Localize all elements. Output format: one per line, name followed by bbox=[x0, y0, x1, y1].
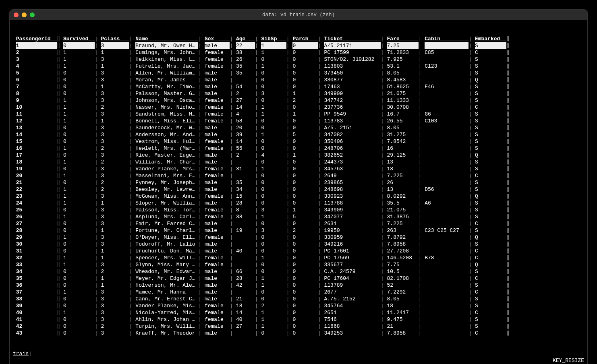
column-separator bbox=[13, 118, 16, 124]
table-row[interactable]: 9 ‖ 1 | 3 | Johnson, Mrs. Osca… | female… bbox=[13, 97, 584, 104]
table-cell: 1 bbox=[292, 111, 317, 118]
table-row[interactable]: 31 ‖ 0 | 1 | Uruchurtu, Don. Ma… | male … bbox=[13, 248, 584, 254]
table-row[interactable]: 13 ‖ 0 | 3 | Saundercock, Mr. W… | male … bbox=[13, 124, 584, 131]
table-row[interactable]: 15 ‖ 0 | 3 | Vestrom, Miss. Hul… | femal… bbox=[13, 138, 584, 145]
table-cell: 1 bbox=[261, 111, 286, 118]
table-row[interactable]: 11 ‖ 1 | 3 | Sandstrom, Miss. M… | femal… bbox=[13, 111, 584, 118]
column-separator: | bbox=[318, 111, 324, 118]
column-separator: | bbox=[255, 138, 261, 145]
table-row[interactable]: 19 ‖ 0 | 3 | Vander Planke, Mrs… | femal… bbox=[13, 165, 584, 172]
table-cell: 40 bbox=[236, 248, 255, 254]
table-row[interactable]: 14 ‖ 0 | 3 | Andersson, Mr. And… | male … bbox=[13, 131, 584, 138]
table-cell: 58 bbox=[236, 118, 255, 124]
column-separator: | bbox=[95, 316, 101, 323]
column-separator: | bbox=[198, 254, 205, 261]
column-separator: | bbox=[318, 83, 324, 90]
table-row[interactable]: 39 ‖ 0 | 3 | Vander Planke, Mis… | femal… bbox=[13, 302, 584, 309]
table-cell: 0 bbox=[261, 186, 286, 193]
table-row[interactable]: 43 ‖ 0 | 3 | Kraeff, Mr. Theodor | male … bbox=[13, 330, 584, 337]
terminal-content[interactable]: PassengerId ‖ Survived | Pclass | Name |… bbox=[10, 20, 587, 364]
table-cell: 13 bbox=[387, 159, 419, 165]
table-row[interactable]: 8 ‖ 0 | 3 | Palsson, Master. G… | male |… bbox=[13, 90, 584, 97]
column-header[interactable]: Cabin bbox=[425, 35, 468, 42]
table-row[interactable]: 32 ‖ 1 | 1 | Spencer, Mrs. Will… | femal… bbox=[13, 254, 584, 261]
column-separator: | bbox=[230, 241, 236, 248]
column-header[interactable]: Embarked bbox=[475, 35, 506, 42]
table-row[interactable]: 1 ‖ 0 | 3 | Braund, Mr. Owen H… | male |… bbox=[13, 42, 584, 49]
table-cell: 3 bbox=[101, 138, 129, 145]
table-row[interactable]: 34 ‖ 0 | 2 | Wheadon, Mr. Edwar… | male … bbox=[13, 268, 584, 275]
table-row[interactable]: 28 ‖ 0 | 1 | Fortune, Mr. Charl… | male … bbox=[13, 227, 584, 234]
table-row[interactable]: 35 ‖ 0 | 1 | Meyer, Mr. Edgar J… | male … bbox=[13, 275, 584, 282]
column-separator: | bbox=[381, 207, 387, 213]
table-row[interactable]: 26 ‖ 1 | 3 | Asplund, Mrs. Carl… | femal… bbox=[13, 213, 584, 220]
table-cell: 0 bbox=[63, 282, 95, 289]
table-row[interactable]: 21 ‖ 0 | 2 | Fynney, Mr. Joseph… | male … bbox=[13, 179, 584, 186]
table-cell: 1 bbox=[261, 275, 286, 282]
column-separator: | bbox=[419, 248, 425, 254]
column-separator: | bbox=[468, 138, 475, 145]
table-cell: S bbox=[475, 316, 506, 323]
column-separator: | bbox=[230, 159, 236, 165]
table-row[interactable]: 30 ‖ 0 | 3 | Todoroff, Mr. Lalio | male … bbox=[13, 241, 584, 248]
column-separator: | bbox=[286, 159, 293, 165]
table-row[interactable]: 27 ‖ 0 | 3 | Emir, Mr. Farred C… | male … bbox=[13, 220, 584, 227]
table-cell: 35.5 bbox=[387, 200, 419, 207]
column-header[interactable]: Parch bbox=[292, 35, 317, 42]
column-header[interactable]: SibSp bbox=[261, 35, 286, 42]
column-header[interactable]: Pclass bbox=[101, 35, 129, 42]
titlebar[interactable]: data: vd train.csv (zsh) bbox=[10, 10, 587, 20]
column-header[interactable]: PassengerId bbox=[16, 35, 57, 42]
table-row[interactable]: 5 ‖ 0 | 3 | Allen, Mr. William… | male |… bbox=[13, 70, 584, 77]
table-row[interactable]: 36 ‖ 0 | 1 | Holverson, Mr. Ale… | male … bbox=[13, 282, 584, 289]
table-row[interactable]: 22 ‖ 1 | 2 | Beesley, Mr. Lawre… | male … bbox=[13, 186, 584, 193]
column-separator: | bbox=[318, 316, 324, 323]
table-row[interactable]: 23 ‖ 1 | 3 | McGowan, Miss. Ann… | femal… bbox=[13, 193, 584, 200]
table-cell: female bbox=[205, 261, 230, 268]
table-row[interactable]: 33 ‖ 1 | 3 | Glynn, Miss. Mary … | femal… bbox=[13, 261, 584, 268]
table-row[interactable]: 24 ‖ 1 | 1 | Sloper, Mr. Willia… | male … bbox=[13, 200, 584, 207]
column-separator: | bbox=[286, 261, 293, 268]
column-separator: | bbox=[419, 289, 425, 296]
table-row[interactable]: 37 ‖ 1 | 3 | Mamee, Mr. Hanna | male | |… bbox=[13, 289, 584, 296]
table-row[interactable]: 38 ‖ 0 | 3 | Cann, Mr. Ernest C… | male … bbox=[13, 296, 584, 302]
table-cell: Vestrom, Miss. Hul… bbox=[135, 138, 198, 145]
table-row[interactable]: 41 ‖ 0 | 3 | Ahlin, Mrs. Johan … | femal… bbox=[13, 316, 584, 323]
column-header[interactable]: Ticket bbox=[324, 35, 380, 42]
table-row[interactable]: 40 ‖ 1 | 3 | Nicola-Yarred, Mis… | femal… bbox=[13, 309, 584, 316]
column-header[interactable]: Age bbox=[236, 35, 255, 42]
column-separator: | bbox=[419, 97, 425, 104]
table-row[interactable]: 10 ‖ 1 | 2 | Nasser, Mrs. Nicho… | femal… bbox=[13, 104, 584, 111]
column-separator: | bbox=[255, 145, 261, 152]
column-separator bbox=[13, 165, 16, 172]
table-cell: 8.05 bbox=[387, 70, 419, 77]
table-row[interactable]: 4 ‖ 1 | 1 | Futrelle, Mrs. Jac… | female… bbox=[13, 63, 584, 70]
column-header[interactable]: Name bbox=[135, 35, 198, 42]
table-row[interactable]: 12 ‖ 1 | 1 | Bonnell, Miss. Eli… | femal… bbox=[13, 118, 584, 124]
table-row[interactable]: 20 ‖ 1 | 3 | Masselmani, Mrs. F… | femal… bbox=[13, 172, 584, 179]
table-row[interactable]: 29 ‖ 1 | 3 | O'Dwyer, Miss. Ell… | femal… bbox=[13, 234, 584, 241]
column-separator bbox=[13, 309, 16, 316]
table-row[interactable]: 6 ‖ 0 | 3 | Moran, Mr. James | male | | … bbox=[13, 77, 584, 83]
column-header[interactable]: Survived bbox=[63, 35, 95, 42]
table-row[interactable]: 16 ‖ 1 | 2 | Hewlett, Mrs. (Mar… | femal… bbox=[13, 145, 584, 152]
column-separator: | bbox=[255, 213, 261, 220]
column-header[interactable]: Fare bbox=[387, 35, 419, 42]
table-row[interactable]: 42 ‖ 0 | 2 | Turpin, Mrs. Willi… | femal… bbox=[13, 323, 584, 330]
table-cell: 8 bbox=[16, 90, 57, 97]
table-row[interactable]: 25 ‖ 0 | 3 | Palsson, Miss. Tor… | femal… bbox=[13, 207, 584, 213]
table-cell: 0 bbox=[292, 254, 317, 261]
table-cell: 8.0292 bbox=[387, 193, 419, 200]
column-header[interactable]: Sex bbox=[205, 35, 230, 42]
table-row[interactable]: 18 ‖ 1 | 2 | Williams, Mr. Char… | male … bbox=[13, 159, 584, 165]
table-row[interactable]: 3 ‖ 1 | 3 | Heikkinen, Miss. L… | female… bbox=[13, 56, 584, 63]
table-cell: female bbox=[205, 213, 230, 220]
column-separator: | bbox=[286, 282, 293, 289]
column-separator: | bbox=[286, 111, 293, 118]
column-separator: | bbox=[255, 97, 261, 104]
column-separator: | bbox=[198, 42, 205, 49]
table-row[interactable]: 17 ‖ 0 | 3 | Rice, Master. Euge… | male … bbox=[13, 152, 584, 159]
table-row[interactable]: 7 ‖ 0 | 1 | McCarthy, Mr. Timo… | male |… bbox=[13, 83, 584, 90]
table-row[interactable]: 2 ‖ 1 | 1 | Cumings, Mrs. John… | female… bbox=[13, 49, 584, 56]
column-separator: | bbox=[230, 261, 236, 268]
